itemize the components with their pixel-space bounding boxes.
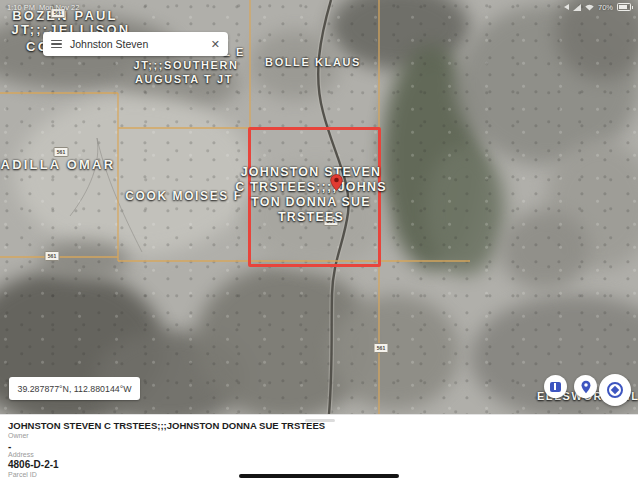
road-shield-561: 561 (54, 147, 69, 157)
road-shield-561: 561 (45, 251, 60, 261)
search-bar[interactable]: Johnston Steven ✕ (43, 32, 228, 56)
parcel-card-button[interactable] (544, 375, 567, 398)
road-shield-561: 561 (374, 343, 389, 353)
coordinates-text: 39.287877°N, 112.880144°W (18, 384, 132, 394)
map-label-padilla: PADILLA OMAR (0, 157, 115, 172)
menu-icon[interactable] (51, 40, 62, 49)
map-label-bolle: BOLLE KLAUS (265, 56, 361, 68)
selected-parcel-label-line: JOHNSTON STEVEN (221, 165, 401, 180)
cellular-signal-icon (573, 4, 581, 11)
parcel-id-label: Parcel ID (8, 471, 37, 478)
map-pin-icon (581, 380, 591, 394)
status-left: 1:10 PM Mon Nov 22 (7, 3, 79, 12)
vibrate-icon (564, 4, 569, 10)
parcel-card-icon (550, 382, 561, 392)
marker-button[interactable] (574, 375, 597, 398)
owner-value: JOHNSTON STEVEN C TRSTEES;;;JOHNSTON DON… (8, 420, 325, 431)
selected-parcel-label: JOHNSTON STEVEN C TRSTEES;;;;JOHNS TON D… (221, 165, 401, 225)
wifi-icon (585, 4, 594, 11)
home-indicator[interactable] (239, 474, 399, 478)
battery-icon (617, 3, 631, 11)
owner-label: Owner (8, 432, 29, 439)
compass-location-icon (607, 382, 623, 398)
selected-parcel-label-line: C TRSTEES;;;;JOHNS (221, 180, 401, 195)
map-label-southern-line1: JT;;;SOUTHERN (133, 59, 238, 71)
location-pin-icon[interactable] (330, 174, 343, 191)
address-label: Address (8, 451, 34, 458)
coordinates-readout: 39.287877°N, 112.880144°W (9, 377, 140, 400)
parcel-info-sheet: JOHNSTON STEVEN C TRSTEES;;;JOHNSTON DON… (0, 414, 638, 480)
selected-parcel-label-line: TON DONNA SUE (221, 195, 401, 210)
status-time: 1:10 PM (7, 3, 35, 12)
status-right: 70% (564, 3, 631, 12)
map-canvas[interactable]: BOZEN PAUL JT;;;JELLISON CO L E JT;;;SOU… (0, 0, 638, 414)
selected-parcel-label-line: TRSTEES (221, 210, 401, 225)
clear-search-icon[interactable]: ✕ (211, 39, 220, 50)
map-label-southern-line2: AUGUSTA T JT (135, 73, 233, 85)
my-location-button[interactable] (599, 374, 631, 406)
battery-percent: 70% (598, 3, 613, 12)
search-input[interactable]: Johnston Steven (70, 38, 203, 50)
parcel-id-value: 4806-D-2-1 (8, 459, 59, 470)
status-date: Mon Nov 22 (39, 3, 79, 12)
status-bar: 1:10 PM Mon Nov 22 70% (0, 0, 638, 14)
